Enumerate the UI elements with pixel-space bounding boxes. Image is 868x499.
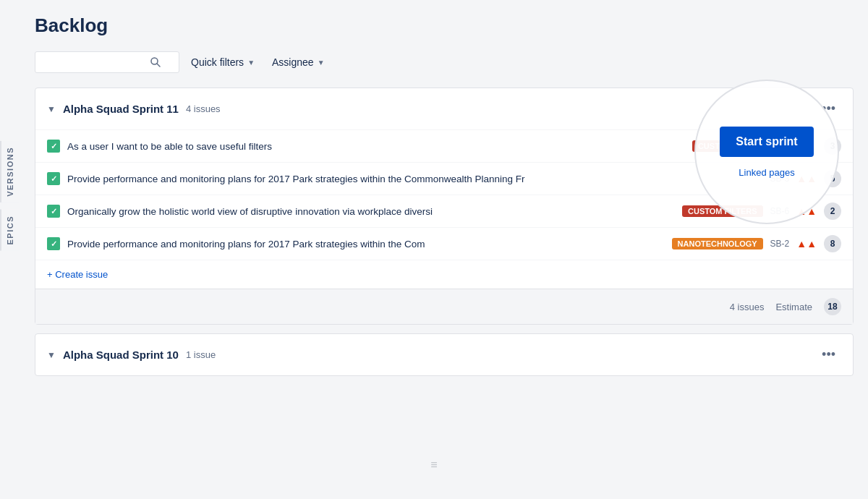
sprint10-collapse[interactable]: ▼ [47,350,56,360]
start-sprint-button[interactable]: Start sprint [720,127,813,157]
page-title: Backlog [35,14,854,37]
issue-badge: CUSTOM FILTERS [682,205,763,217]
issue-id: SB-2 [770,239,790,249]
issue-points: 8 [824,235,841,252]
sprint11-collapse[interactable]: ▼ [47,104,56,114]
quick-filters-label: Quick filters [191,56,244,68]
create-issue-button[interactable]: + Create issue [35,260,853,289]
sprint-footer: 4 issues Estimate 18 [35,289,853,324]
sprint11-name: Alpha Squad Sprint 11 [63,103,179,115]
issue-title: Organically grow the holistic world view… [67,206,675,217]
sprint11-header: ▼ Alpha Squad Sprint 11 4 issues ••• [35,88,853,129]
issue-id: SB-6 [770,206,790,216]
page-container: VERSIONS EPICS Backlog Quick filters ▼ A… [0,0,868,499]
sprint10-more-options[interactable]: ••• [816,344,841,365]
priority-icon: ▲▲ [796,173,817,184]
priority-icon: ▲▲ [796,238,817,250]
create-issue-label: + Create issue [47,269,108,280]
issue-badge: NANOTECHNOLOGY [672,238,763,250]
sprint11-actions: ••• [816,98,841,119]
priority-icon: ▲▲ [796,205,817,217]
sprint10-header: ▼ Alpha Squad Sprint 10 1 issue ••• [35,334,853,375]
issue-icon: ✓ [47,205,60,218]
footer-points-badge: 18 [824,298,841,315]
footer-issues-count: 4 issues [730,302,765,312]
issue-title: As a user I want to be able to save usef… [67,141,685,152]
versions-label[interactable]: VERSIONS [0,141,19,202]
assignee-label: Assignee [272,56,314,68]
toolbar: Quick filters ▼ Assignee ▼ [35,51,854,73]
table-row[interactable]: ✓ Organically grow the holistic world vi… [35,195,853,228]
issue-points: 5 [824,170,841,187]
issue-points: 2 [824,202,841,220]
sprint10-issues-count: 1 issue [186,349,216,360]
issue-id: SB-3 [770,174,790,184]
table-row[interactable]: ✓ Provide performance and monitoring pla… [35,228,853,260]
sprint11-more-options[interactable]: ••• [816,98,841,119]
search-icon [150,56,161,68]
issue-icon: ✓ [47,237,60,250]
footer-estimate-label: Estimate [775,302,812,312]
drag-handle[interactable]: ≡ [430,459,437,472]
issue-title: Provide performance and monitoring plans… [67,174,763,184]
sprint10-name: Alpha Squad Sprint 10 [63,349,179,361]
sprint10-actions: ••• [816,344,841,365]
search-box [35,51,179,73]
issue-points: 3 [824,137,841,155]
quick-filters-chevron: ▼ [247,59,255,67]
sprint11-section: ▼ Alpha Squad Sprint 11 4 issues ••• ✓ A… [35,88,854,325]
issue-icon: ✓ [47,172,60,185]
issue-icon: ✓ [47,140,60,153]
sprint11-issues-count: 4 issues [186,103,221,114]
quick-filters-button[interactable]: Quick filters ▼ [185,52,260,72]
sprint10-section: ▼ Alpha Squad Sprint 10 1 issue ••• [35,333,854,376]
main-content: Backlog Quick filters ▼ Assignee ▼ [20,0,868,376]
table-row[interactable]: ✓ Provide performance and monitoring pla… [35,163,853,195]
assignee-button[interactable]: Assignee ▼ [266,52,331,72]
assignee-chevron: ▼ [318,59,325,67]
issue-title: Provide performance and monitoring plans… [67,239,665,250]
search-input[interactable] [43,56,144,68]
epics-label[interactable]: EPICS [0,210,19,251]
